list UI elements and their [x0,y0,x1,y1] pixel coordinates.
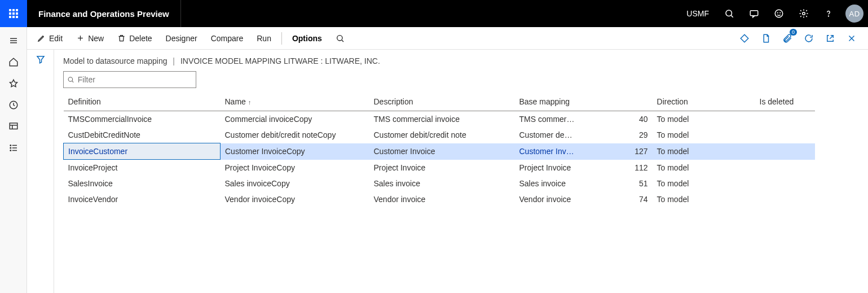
app-launcher[interactable] [0,0,27,27]
cell-description[interactable]: Customer Invoice [369,143,515,160]
cell-is-deleted[interactable] [755,111,815,128]
cell-is-deleted[interactable] [755,143,815,160]
table-row[interactable]: InvoiceVendorVendor invoiceCopyVendor in… [64,191,815,207]
nav-modules[interactable] [2,138,25,158]
company-picker[interactable]: USMF [678,9,717,18]
cell-definition[interactable]: SalesInvoice [64,176,221,191]
cell-base-num[interactable]: 29 [629,127,653,143]
mapping-grid: Definition Name↑ Description Base mappin… [63,94,815,207]
breadcrumb-level-2: INVOICE MODEL MAPPING LITWARE : LITWARE,… [180,56,380,65]
cell-base-mapping[interactable]: Sales invoice [515,176,629,191]
search-button[interactable] [717,0,742,27]
options-button[interactable]: Options [285,27,329,50]
col-definition[interactable]: Definition [64,94,221,111]
nav-workspaces[interactable] [2,116,25,137]
cell-name[interactable]: Commercial invoiceCopy [221,111,369,128]
cell-is-deleted[interactable] [755,160,815,176]
cell-base-num[interactable]: 127 [629,143,653,160]
nav-favorites[interactable] [2,73,25,94]
cell-name[interactable]: Project InvoiceCopy [221,160,369,176]
toolbar-info-button[interactable] [735,29,754,48]
cell-is-deleted[interactable] [755,127,815,143]
cell-description[interactable]: Vendor invoice [369,191,515,207]
svg-rect-2 [16,9,18,11]
table-row[interactable]: CustDebitCreditNoteCustomer debit/credit… [64,127,815,143]
table-row[interactable]: TMSCommercialInvoiceCommercial invoiceCo… [64,111,815,128]
cell-base-num[interactable]: 112 [629,160,653,176]
cell-base-mapping[interactable]: Vendor invoice [515,191,629,207]
toolbar-tasks-button[interactable] [756,29,776,48]
cell-base-mapping[interactable]: Customer de… [515,127,629,143]
compare-label: Compare [211,34,244,43]
col-base-mapping[interactable]: Base mapping [515,94,653,111]
cell-definition[interactable]: InvoiceCustomer [64,143,221,160]
filter-pane-toggle[interactable] [27,50,54,293]
cell-name[interactable]: Customer InvoiceCopy [221,143,369,160]
cell-direction[interactable]: To model [653,111,755,128]
cell-base-mapping[interactable]: Project Invoice [515,160,629,176]
messages-button[interactable] [742,0,766,27]
svg-point-36 [68,77,72,81]
new-button[interactable]: New [69,27,111,50]
cell-definition[interactable]: TMSCommercialInvoice [64,111,221,128]
cell-direction[interactable]: To model [653,176,755,191]
svg-rect-0 [9,9,11,11]
toolbar-close-button[interactable] [842,29,861,48]
cell-direction[interactable]: To model [653,191,755,207]
col-is-deleted[interactable]: Is deleted [755,94,815,111]
run-button[interactable]: Run [250,27,278,50]
cell-definition[interactable]: InvoiceVendor [64,191,221,207]
search-icon [724,8,734,19]
col-name[interactable]: Name↑ [221,94,369,111]
toolbar-attach-button[interactable]: 0 [778,29,797,48]
cell-description[interactable]: Customer debit/credit note [369,127,515,143]
cell-definition[interactable]: CustDebitCreditNote [64,127,221,143]
cell-is-deleted[interactable] [755,191,815,207]
svg-point-13 [777,12,778,13]
table-row[interactable]: InvoiceCustomerCustomer InvoiceCopyCusto… [64,143,815,160]
attach-badge: 0 [790,29,797,36]
edit-button[interactable]: Edit [30,27,69,50]
cell-base-num[interactable]: 40 [629,111,653,128]
cell-base-num[interactable]: 51 [629,176,653,191]
col-direction[interactable]: Direction [653,94,755,111]
cell-definition[interactable]: InvoiceProject [64,160,221,176]
nav-home[interactable] [2,52,25,72]
grid-filter-box[interactable] [63,71,196,88]
cell-name[interactable]: Customer debit/credit noteCopy [221,127,369,143]
grid-filter-input[interactable] [78,75,192,84]
help-icon [823,8,834,19]
cell-description[interactable]: TMS commercial invoice [369,111,515,128]
table-row[interactable]: InvoiceProjectProject InvoiceCopyProject… [64,160,815,176]
cell-base-mapping[interactable]: TMS commer… [515,111,629,128]
settings-button[interactable] [791,0,816,27]
cell-base-mapping[interactable]: Customer Inv… [515,143,629,160]
pencil-icon [37,34,46,42]
designer-button[interactable]: Designer [159,27,204,50]
cell-description[interactable]: Project Invoice [369,160,515,176]
cell-direction[interactable]: To model [653,143,755,160]
user-avatar[interactable]: AD [845,5,863,23]
home-icon [8,57,19,67]
svg-line-37 [72,81,73,82]
options-label: Options [292,34,322,43]
nav-recent[interactable] [2,95,25,115]
table-row[interactable]: SalesInvoiceSales invoiceCopySales invoi… [64,176,815,191]
feedback-button[interactable] [766,0,791,27]
svg-point-32 [337,35,342,40]
cell-name[interactable]: Sales invoiceCopy [221,176,369,191]
toolbar-popout-button[interactable] [821,29,840,48]
compare-button[interactable]: Compare [204,27,250,50]
delete-button[interactable]: Delete [111,27,158,50]
cell-direction[interactable]: To model [653,127,755,143]
cell-description[interactable]: Sales invoice [369,176,515,191]
cell-direction[interactable]: To model [653,160,755,176]
toolbar-search-button[interactable] [329,27,351,50]
cell-base-num[interactable]: 74 [629,191,653,207]
cell-is-deleted[interactable] [755,176,815,191]
toolbar-refresh-button[interactable] [799,29,818,48]
help-button[interactable] [816,0,841,27]
col-description[interactable]: Description [369,94,515,111]
nav-expand-button[interactable] [2,30,25,51]
cell-name[interactable]: Vendor invoiceCopy [221,191,369,207]
